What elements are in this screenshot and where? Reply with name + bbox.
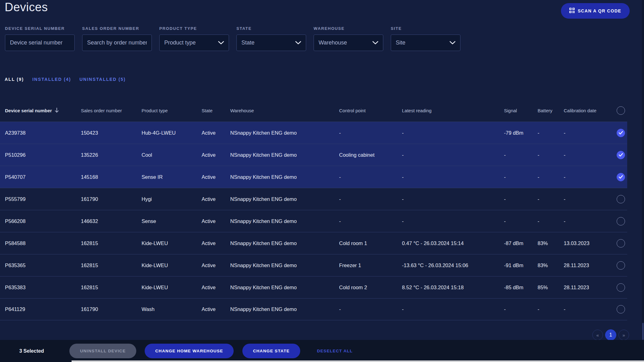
checkbox-circle-icon	[617, 129, 625, 137]
cell-product-type: Sense	[142, 218, 202, 224]
cell-sales-order: 162815	[81, 262, 142, 268]
column-header-warehouse[interactable]: Warehouse	[230, 108, 339, 113]
column-header-state[interactable]: State	[202, 108, 230, 113]
cell-battery: 83%	[538, 240, 564, 246]
cell-state: Active	[202, 285, 230, 290]
column-header-calibration-date[interactable]: Calibration date	[564, 108, 614, 113]
cell-warehouse: NSnappy Kitchen ENG demo	[230, 130, 339, 136]
cell-control-point: -	[339, 306, 402, 312]
row-checkbox[interactable]	[614, 283, 627, 292]
cell-state: Active	[202, 240, 230, 246]
table-row[interactable]: A239738 150423 Hub-4G-LWEU Active NSnapp…	[0, 122, 627, 144]
checkbox-circle-icon	[617, 239, 625, 248]
cell-product-type: Sense IR	[142, 174, 202, 180]
filter-warehouse: WAREHOUSE Warehouse	[314, 26, 383, 51]
tabs-bar: ALL (9) INSTALLED (4) UNINSTALLED (5)	[5, 77, 126, 82]
table-row[interactable]: P635365 162815 Kide-LWEU Active NSnappy …	[0, 254, 627, 276]
selection-action-bar: 3 Selected UNINSTALL DEVICE CHANGE HOME …	[0, 340, 644, 362]
cell-device-serial: P566208	[5, 218, 81, 224]
row-checkbox[interactable]	[614, 151, 627, 159]
column-header-product-type[interactable]: Product type	[142, 108, 202, 113]
pagination-next-button[interactable]: »	[618, 330, 629, 340]
cell-warehouse: NSnappy Kitchen ENG demo	[230, 262, 339, 268]
table-row[interactable]: P635383 162815 Kide-LWEU Active NSnappy …	[0, 276, 627, 298]
cell-battery: -	[538, 196, 564, 202]
cell-sales-order: 145168	[81, 174, 142, 180]
change-home-warehouse-button[interactable]: CHANGE HOME WAREHOUSE	[145, 344, 234, 358]
checkbox-circle-icon	[617, 261, 625, 270]
tab-installed[interactable]: INSTALLED (4)	[32, 77, 71, 82]
state-select[interactable]: State	[236, 35, 306, 51]
site-select[interactable]: Site	[391, 35, 460, 51]
cell-signal: -	[504, 196, 538, 202]
pagination: « 1 »	[592, 329, 629, 341]
pagination-page-1[interactable]: 1	[605, 329, 616, 341]
filter-label: DEVICE SERIAL NUMBER	[5, 26, 75, 31]
device-serial-input[interactable]	[10, 39, 70, 46]
table-row[interactable]: P540707 145168 Sense IR Active NSnappy K…	[0, 166, 627, 188]
cell-control-point: Cold room 2	[339, 285, 402, 290]
warehouse-select[interactable]: Warehouse	[314, 35, 383, 51]
cell-sales-order: 162815	[81, 285, 142, 290]
change-state-button[interactable]: CHANGE STATE	[242, 344, 300, 358]
cell-calibration-date: -	[564, 218, 614, 224]
table-row[interactable]: P641129 161790 Wash Active NSnappy Kitch…	[0, 298, 627, 320]
cell-signal: -	[504, 306, 538, 312]
row-checkbox[interactable]	[614, 305, 627, 313]
sales-order-input[interactable]	[87, 39, 147, 46]
column-header-battery[interactable]: Battery	[538, 108, 564, 113]
site-value: Site	[396, 39, 405, 46]
scrollbar-track[interactable]	[642, 0, 644, 340]
row-checkbox[interactable]	[614, 239, 627, 248]
select-all-checkbox[interactable]	[614, 106, 627, 115]
filter-label: STATE	[236, 26, 306, 31]
cell-calibration-date: -	[564, 174, 614, 180]
row-checkbox[interactable]	[614, 129, 627, 137]
cell-device-serial: P555799	[5, 196, 81, 202]
row-checkbox[interactable]	[614, 217, 627, 225]
cell-latest-reading: 0.47 °C - 26.03.2024 15:14	[402, 240, 504, 246]
tab-uninstalled[interactable]: UNINSTALLED (5)	[79, 77, 126, 82]
deselect-all-link[interactable]: DESELECT ALL	[317, 349, 353, 353]
cell-latest-reading: -	[402, 218, 504, 224]
cell-product-type: Kide-LWEU	[142, 285, 202, 290]
filter-label: PRODUCT TYPE	[159, 26, 229, 31]
table-row[interactable]: P584588 162815 Kide-LWEU Active NSnappy …	[0, 232, 627, 254]
pagination-prev-button[interactable]: «	[592, 330, 603, 340]
cell-product-type: Hub-4G-LWEU	[142, 130, 202, 136]
cell-battery: 83%	[538, 262, 564, 268]
column-header-signal[interactable]: Signal	[504, 108, 538, 113]
cell-latest-reading: -	[402, 174, 504, 180]
row-checkbox[interactable]	[614, 195, 627, 203]
scrollbar-thumb[interactable]	[642, 323, 644, 340]
cell-signal: -87 dBm	[504, 240, 538, 246]
filter-label: SITE	[391, 26, 460, 31]
scan-qr-code-button[interactable]: SCAN A QR CODE	[561, 3, 630, 19]
cell-warehouse: NSnappy Kitchen ENG demo	[230, 152, 339, 158]
cell-calibration-date: -	[564, 130, 614, 136]
row-checkbox[interactable]	[614, 261, 627, 270]
cell-battery: -	[538, 306, 564, 312]
table-row[interactable]: P566208 146632 Sense Active NSnappy Kitc…	[0, 210, 627, 232]
checkbox-circle-icon	[617, 283, 625, 292]
column-header-device-serial[interactable]: Device serial number	[5, 108, 81, 114]
cell-product-type: Wash	[142, 306, 202, 312]
tab-all[interactable]: ALL (9)	[5, 77, 24, 82]
uninstall-device-button[interactable]: UNINSTALL DEVICE	[69, 344, 136, 358]
filter-sales-order-number: SALES ORDER NUMBER	[82, 26, 152, 51]
column-header-control-point[interactable]: Control point	[339, 108, 402, 113]
filter-label: WAREHOUSE	[314, 26, 383, 31]
column-header-latest-reading[interactable]: Latest reading	[402, 108, 504, 113]
row-checkbox[interactable]	[614, 173, 627, 181]
column-header-sales-order[interactable]: Sales order number	[81, 108, 142, 113]
table-row[interactable]: P555799 161790 Hygi Active NSnappy Kitch…	[0, 188, 627, 210]
cell-sales-order: 135226	[81, 152, 142, 158]
checkbox-circle-icon	[617, 217, 625, 225]
checkbox-circle-icon	[617, 106, 625, 115]
table-row[interactable]: P510296 135226 Cool Active NSnappy Kitch…	[0, 144, 627, 166]
checkbox-circle-icon	[617, 173, 625, 181]
product-type-select[interactable]: Product type	[159, 35, 229, 51]
cell-device-serial: P584588	[5, 240, 81, 246]
chevron-down-icon	[372, 41, 378, 44]
cell-product-type: Kide-LWEU	[142, 240, 202, 246]
